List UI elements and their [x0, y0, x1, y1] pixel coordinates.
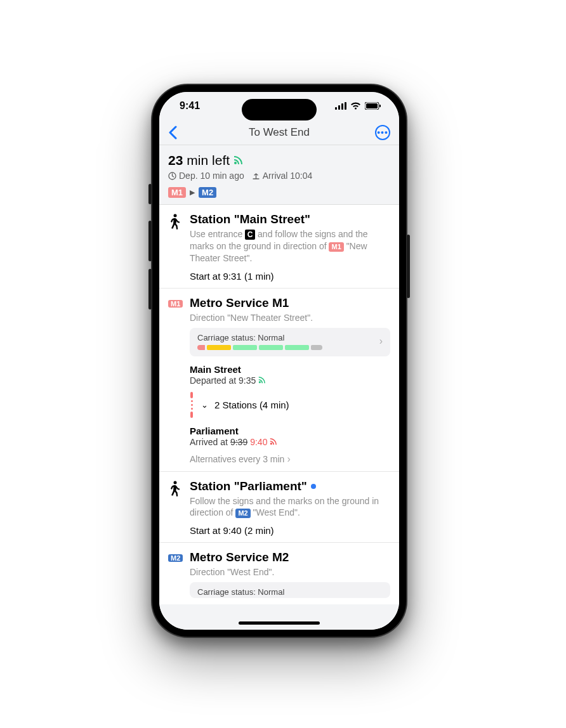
svg-rect-3 — [345, 102, 346, 110]
svg-point-11 — [270, 443, 272, 445]
step-title: Station "Parliament" — [190, 479, 390, 493]
step-direction: Direction "New Theater Street". — [190, 312, 390, 324]
cellular-icon — [335, 102, 346, 110]
line-icon: M1 — [168, 296, 183, 309]
arrival-icon — [252, 172, 260, 180]
step-metro[interactable]: M2 Metro Service M2 Direction "West End"… — [159, 543, 399, 601]
intermediate-stops-label: 2 Stations (4 min) — [214, 400, 289, 410]
dynamic-island — [242, 99, 317, 120]
step-metro[interactable]: M1 Metro Service M1 Direction "New Theat… — [159, 289, 399, 472]
line-badge-m2: M2 — [199, 187, 216, 198]
status-time: 9:41 — [180, 100, 200, 112]
steps-list[interactable]: Station "Main Street" Use entrance C and… — [159, 205, 399, 604]
intermediate-stops-toggle[interactable]: ⌄ 2 Stations (4 min) — [188, 392, 390, 418]
step-direction: Direction "West End". — [190, 566, 390, 578]
svg-rect-2 — [341, 103, 343, 110]
carriage-status-card[interactable]: Carriage status: Normal — [190, 582, 390, 598]
route-line-badges: M1 ▶ M2 — [168, 187, 390, 198]
svg-rect-1 — [338, 105, 340, 110]
svg-rect-5 — [366, 103, 378, 108]
chevron-down-icon: ⌄ — [201, 400, 208, 410]
clock-icon — [168, 172, 176, 180]
departure-text: Dep. 10 min ago — [179, 171, 244, 181]
live-icon — [258, 377, 265, 384]
svg-point-12 — [174, 481, 177, 484]
alternatives-link[interactable]: Alternatives every 3 min › — [190, 453, 390, 465]
phone-frame: 9:41 To West End ••• — [152, 85, 406, 637]
entrance-badge: C — [245, 230, 255, 240]
step-start-time: Start at 9:31 (1 min) — [190, 271, 390, 282]
to-stop-time-old: 9:39 — [230, 437, 247, 447]
svg-rect-0 — [335, 107, 337, 110]
step-title: Station "Main Street" — [190, 212, 390, 226]
to-stop-time-new: 9:40 — [250, 437, 267, 447]
step-description: Follow the signs and the marks on the gr… — [190, 495, 390, 519]
walk-icon — [168, 479, 183, 497]
step-title: Metro Service M1 — [190, 296, 390, 310]
wifi-icon — [350, 102, 361, 110]
live-location-dot — [311, 484, 316, 489]
step-start-time: Start at 9:40 (2 min) — [190, 525, 390, 536]
chevron-right-icon: › — [379, 335, 383, 347]
svg-point-9 — [174, 214, 177, 218]
live-icon — [234, 156, 242, 165]
inline-line-badge: M2 — [235, 509, 250, 518]
carriage-bar — [197, 345, 374, 350]
trip-summary: 23 min left Dep. 10 min ago Arri — [159, 145, 399, 205]
route-separator: ▶ — [190, 188, 195, 197]
inline-line-badge: M1 — [329, 242, 343, 252]
live-icon — [270, 438, 277, 445]
nav-title: To West End — [249, 126, 310, 139]
carriage-status-label: Carriage status: Normal — [197, 333, 374, 342]
chevron-right-icon: › — [287, 453, 290, 465]
walk-icon — [168, 212, 183, 230]
to-stop-time-prefix: Arrived at — [190, 437, 228, 447]
home-indicator[interactable] — [239, 621, 320, 625]
battery-icon — [365, 102, 381, 110]
step-title: Metro Service M2 — [190, 550, 390, 564]
svg-rect-6 — [379, 105, 381, 107]
carriage-status-label: Carriage status: Normal — [197, 587, 383, 597]
svg-point-10 — [259, 381, 261, 383]
step-walk[interactable]: Station "Main Street" Use entrance C and… — [159, 205, 399, 289]
step-description: Use entrance C and follow the signs and … — [190, 228, 390, 264]
to-stop: Parliament — [190, 426, 390, 436]
step-walk[interactable]: Station "Parliament" Follow the signs an… — [159, 472, 399, 543]
duration-value: 23 — [168, 153, 183, 168]
carriage-status-card[interactable]: Carriage status: Normal — [190, 328, 390, 356]
line-badge-m1: M1 — [168, 187, 186, 198]
arrival-text: Arrival 10:04 — [263, 171, 313, 181]
back-button[interactable] — [168, 126, 183, 140]
svg-point-7 — [234, 162, 237, 164]
nav-bar: To West End ••• — [159, 120, 399, 145]
from-stop: Main Street — [190, 364, 390, 375]
from-stop-time: Departed at 9:35 — [190, 375, 256, 386]
duration-unit: min left — [187, 153, 230, 168]
line-icon: M2 — [168, 550, 183, 563]
more-button[interactable]: ••• — [375, 125, 390, 140]
